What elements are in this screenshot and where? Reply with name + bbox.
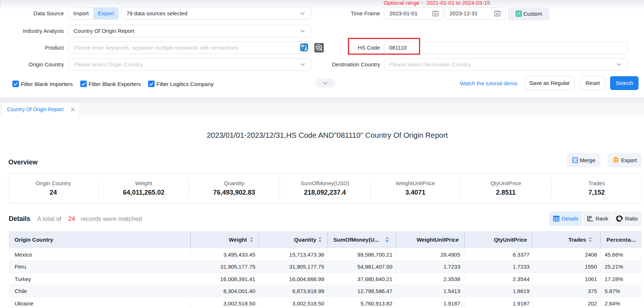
svg-text:A: A bbox=[304, 47, 307, 51]
